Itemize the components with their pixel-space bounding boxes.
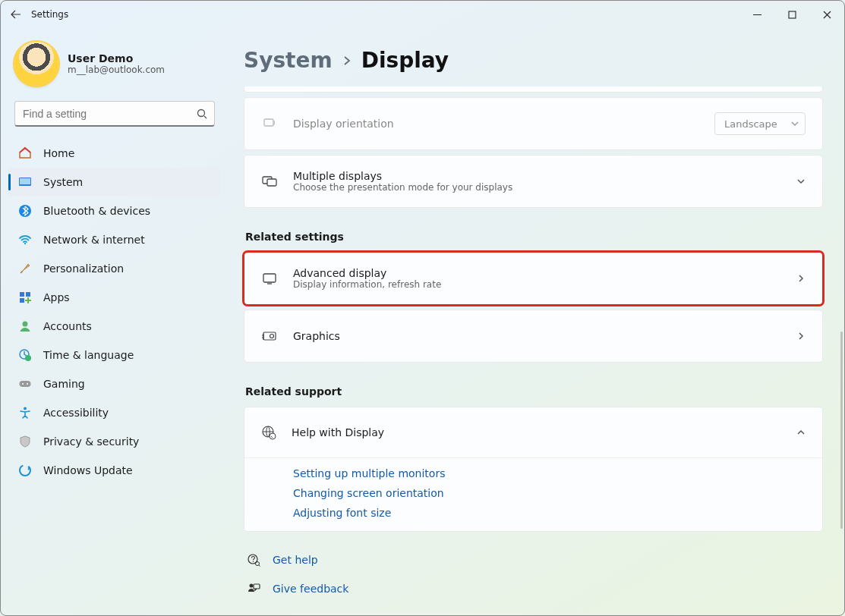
sidebar-item-accounts[interactable]: Accounts [8, 312, 221, 341]
window-maximize-button[interactable] [774, 1, 809, 28]
search-input[interactable] [14, 101, 215, 127]
gpu-icon [261, 328, 278, 344]
svg-rect-3 [20, 178, 30, 184]
sidebar-item-windows-update[interactable]: Windows Update [8, 456, 221, 485]
accessibility-icon [17, 405, 33, 420]
row-title: Multiple displays [293, 170, 512, 182]
svg-rect-29 [254, 584, 260, 589]
help-link-orientation[interactable]: Changing screen orientation [293, 487, 806, 499]
chevron-down-icon [791, 120, 799, 127]
main-content: System Display Display orientation [229, 28, 844, 615]
window-minimize-button[interactable] [739, 1, 774, 28]
svg-rect-19 [267, 179, 276, 186]
svg-point-11 [25, 355, 31, 361]
svg-point-15 [24, 407, 27, 410]
sidebar-item-accessibility[interactable]: Accessibility [8, 398, 221, 427]
arrow-left-icon [10, 8, 22, 20]
multiple-displays-icon [261, 173, 278, 190]
title-bar: Settings [1, 1, 844, 28]
user-block[interactable]: User Demo m__lab@outlook.com [8, 28, 221, 96]
sidebar-item-bluetooth[interactable]: Bluetooth & devices [8, 196, 221, 225]
section-related-settings: Related settings [244, 212, 823, 252]
setting-multiple-displays[interactable]: Multiple displays Choose the presentatio… [244, 156, 822, 207]
sidebar-item-label: System [43, 176, 83, 188]
svg-point-14 [27, 383, 28, 385]
gamepad-icon [17, 376, 33, 391]
row-title: Graphics [293, 330, 340, 342]
svg-point-1 [198, 110, 205, 117]
globe-help-icon [261, 425, 276, 440]
svg-rect-0 [789, 11, 796, 18]
scrollbar[interactable] [840, 332, 843, 529]
sidebar-item-label: Accounts [43, 320, 92, 332]
sidebar-item-label: Home [43, 147, 74, 159]
sidebar-item-label: Privacy & security [43, 435, 139, 448]
setting-graphics[interactable]: Graphics [244, 310, 822, 362]
sidebar-item-home[interactable]: Home [8, 139, 221, 168]
maximize-icon [788, 11, 796, 19]
give-feedback-link[interactable]: Give feedback [244, 574, 823, 603]
sidebar-item-label: Network & internet [43, 234, 145, 246]
svg-rect-7 [26, 292, 30, 297]
help-icon [247, 553, 262, 567]
help-link-multiple-monitors[interactable]: Setting up multiple monitors [293, 467, 806, 479]
sidebar-item-privacy[interactable]: Privacy & security [8, 427, 221, 456]
sidebar: User Demo m__lab@outlook.com Home System [1, 28, 229, 615]
help-header[interactable]: Help with Display [244, 407, 822, 457]
setting-advanced-display[interactable]: Advanced display Display information, re… [244, 253, 822, 304]
chevron-down-icon [796, 177, 806, 186]
sidebar-item-label: Accessibility [43, 407, 109, 419]
breadcrumb-root[interactable]: System [244, 48, 333, 73]
sidebar-item-network[interactable]: Network & internet [8, 225, 221, 254]
setting-display-orientation: Display orientation Landscape [244, 98, 822, 149]
svg-rect-17 [264, 119, 273, 126]
help-link-font-size[interactable]: Adjusting font size [293, 507, 806, 519]
apps-icon [17, 290, 33, 305]
footer-link-label: Give feedback [273, 583, 348, 595]
user-name: User Demo [68, 52, 165, 64]
brush-icon [17, 261, 33, 276]
sidebar-item-label: Apps [43, 291, 70, 303]
sidebar-item-label: Bluetooth & devices [43, 205, 150, 217]
row-title: Help with Display [292, 426, 384, 438]
avatar [14, 42, 58, 86]
search-icon [197, 108, 207, 119]
chevron-right-icon [342, 55, 352, 66]
row-title: Advanced display [293, 267, 441, 279]
svg-rect-6 [20, 292, 24, 297]
sidebar-item-apps[interactable]: Apps [8, 283, 221, 312]
row-title: Display orientation [293, 118, 394, 130]
home-icon [17, 146, 33, 161]
svg-rect-12 [20, 381, 31, 387]
sidebar-item-label: Time & language [43, 349, 134, 361]
back-button[interactable] [1, 8, 31, 20]
svg-rect-8 [20, 298, 24, 303]
sidebar-item-label: Gaming [43, 378, 85, 390]
svg-point-24 [270, 433, 276, 439]
minimize-icon [753, 11, 761, 19]
wifi-icon [17, 232, 33, 247]
sidebar-item-personalization[interactable]: Personalization [8, 254, 221, 283]
svg-point-5 [24, 243, 26, 244]
page-title: Display [361, 48, 449, 73]
chevron-right-icon [796, 332, 806, 341]
footer-link-label: Get help [273, 554, 318, 566]
select-value: Landscape [724, 118, 777, 130]
user-email: m__lab@outlook.com [68, 64, 165, 75]
chevron-up-icon [796, 428, 806, 437]
system-icon [17, 174, 33, 190]
sidebar-item-system[interactable]: System [8, 168, 221, 196]
feedback-icon [247, 582, 262, 596]
svg-rect-20 [263, 274, 276, 282]
sidebar-item-gaming[interactable]: Gaming [8, 369, 221, 398]
clock-globe-icon [17, 347, 33, 363]
window-close-button[interactable] [809, 1, 844, 28]
get-help-link[interactable]: Get help [244, 545, 823, 574]
svg-point-26 [253, 561, 254, 562]
sidebar-item-label: Personalization [43, 262, 124, 275]
chevron-right-icon [796, 274, 806, 283]
row-subtitle: Choose the presentation mode for your di… [293, 182, 512, 193]
orientation-select: Landscape [714, 112, 806, 135]
sidebar-item-time-language[interactable]: Time & language [8, 341, 221, 369]
bluetooth-icon [17, 203, 33, 218]
